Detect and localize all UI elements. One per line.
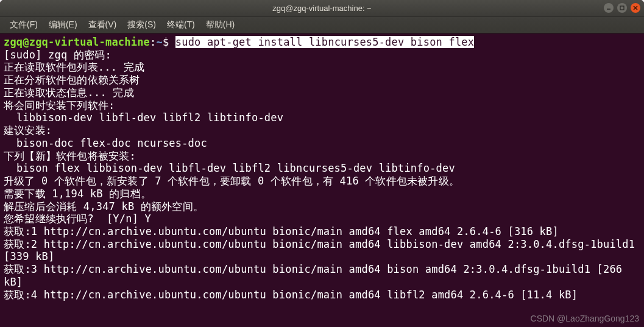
- output-line: 获取:1 http://cn.archive.ubuntu.com/ubuntu…: [4, 225, 559, 237]
- window-title: zgq@zgq-virtual-machine: ~: [272, 4, 371, 13]
- output-line: 建议安装:: [4, 124, 52, 136]
- minimize-button[interactable]: [604, 3, 614, 13]
- output-line: 您希望继续执行吗? [Y/n] Y: [4, 213, 151, 225]
- output-line: bison flex libbison-dev libfl-dev libfl2…: [4, 162, 455, 174]
- prompt-colon: :: [150, 36, 156, 48]
- output-line: 获取:4 http://cn.archive.ubuntu.com/ubuntu…: [4, 289, 578, 301]
- output-line: 将会同时安装下列软件:: [4, 99, 115, 111]
- output-line: bison-doc flex-doc ncurses-doc: [4, 137, 207, 149]
- svg-rect-1: [620, 6, 624, 10]
- command-text: sudo apt-get install libncurses5-dev bis…: [175, 36, 474, 48]
- output-line: 下列【新】软件包将被安装:: [4, 150, 136, 162]
- output-line: 需要下载 1,194 kB 的归档。: [4, 188, 151, 200]
- output-line: 正在读取状态信息... 完成: [4, 86, 134, 99]
- prompt-path: ~: [156, 36, 162, 48]
- menu-view[interactable]: 查看(V): [83, 18, 122, 32]
- output-line: 升级了 0 个软件包，新安装了 7 个软件包，要卸载 0 个软件包，有 416 …: [4, 175, 459, 187]
- menu-file[interactable]: 文件(F): [5, 18, 43, 32]
- window-controls: [604, 3, 640, 13]
- output-line: [sudo] zgq 的密码:: [4, 49, 111, 61]
- menu-search[interactable]: 搜索(S): [122, 18, 161, 32]
- output-line: 正在分析软件包的依赖关系树: [4, 74, 140, 86]
- titlebar: zgq@zgq-virtual-machine: ~: [0, 0, 644, 17]
- terminal-body[interactable]: zgq@zgq-virtual-machine:~$ sudo apt-get …: [0, 33, 644, 327]
- output-line: libbison-dev libfl-dev libfl2 libtinfo-d…: [4, 111, 283, 124]
- output-line: 获取:2 http://cn.archive.ubuntu.com/ubuntu…: [4, 238, 642, 263]
- maximize-button[interactable]: [617, 3, 627, 13]
- output-line: 正在读取软件包列表... 完成: [4, 61, 144, 73]
- menu-terminal[interactable]: 终端(T): [162, 18, 200, 32]
- terminal-window: zgq@zgq-virtual-machine: ~ 文件(F) 编辑(E) 查…: [0, 0, 644, 327]
- prompt-userhost: zgq@zgq-virtual-machine: [4, 36, 150, 48]
- output-line: 解压缩后会消耗 4,347 kB 的额外空间。: [4, 200, 203, 213]
- output-line: 获取:3 http://cn.archive.ubuntu.com/ubuntu…: [4, 263, 629, 288]
- menu-edit[interactable]: 编辑(E): [44, 18, 82, 32]
- menubar: 文件(F) 编辑(E) 查看(V) 搜索(S) 终端(T) 帮助(H): [0, 17, 644, 33]
- menu-help[interactable]: 帮助(H): [201, 18, 239, 32]
- close-button[interactable]: [631, 3, 640, 13]
- prompt-dollar: $: [163, 36, 175, 48]
